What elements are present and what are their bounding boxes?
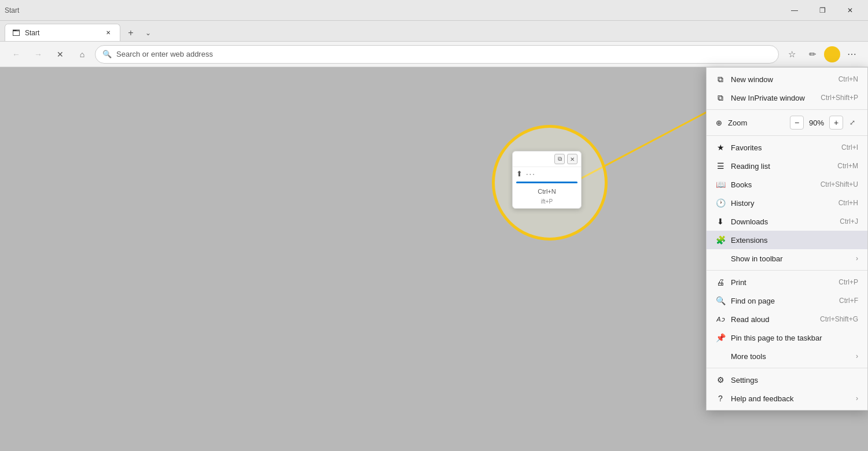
find-label: Find on page <box>731 297 833 305</box>
settings-label: Settings <box>731 376 858 385</box>
downloads-label: Downloads <box>731 217 834 226</box>
reading-list-shortcut: Ctrl+M <box>837 162 858 170</box>
history-icon: 🕐 <box>716 198 725 208</box>
popup-blue-line <box>516 182 578 183</box>
zoom-controls: − 90% + ⤢ <box>790 116 858 130</box>
print-icon: 🖨 <box>716 278 725 287</box>
menu-item-read-aloud[interactable]: Aɔ Read aloud Ctrl+Shift+G <box>707 310 867 328</box>
new-tab-button[interactable]: + <box>123 25 139 41</box>
new-window-icon: ⧉ <box>716 75 725 84</box>
zoom-value: 90% <box>807 119 826 127</box>
new-inprivate-icon: ⧉ <box>716 93 725 102</box>
zoom-plus-button[interactable]: + <box>829 116 843 130</box>
menu-item-history[interactable]: 🕐 History Ctrl+H <box>707 194 867 212</box>
new-window-label: New window <box>731 75 833 84</box>
help-icon: ? <box>716 394 725 403</box>
tab-overflow-button[interactable]: ⌄ <box>140 25 156 41</box>
extensions-label: Extensions <box>731 236 858 245</box>
svg-line-0 <box>573 102 726 183</box>
menu-item-pin-taskbar[interactable]: 📌 Pin this page to the taskbar <box>707 328 867 347</box>
menu-item-extensions[interactable]: 🧩 Extensions <box>707 231 867 249</box>
history-shortcut: Ctrl+H <box>838 199 858 207</box>
zoom-minus-button[interactable]: − <box>790 116 804 130</box>
help-label: Help and feedback <box>731 394 850 403</box>
books-shortcut: Ctrl+Shift+U <box>821 180 858 188</box>
zoom-row: ⊕ Zoom − 90% + ⤢ <box>707 112 867 133</box>
menu-item-reading-list[interactable]: ☰ Reading list Ctrl+M <box>707 157 867 175</box>
downloads-icon: ⬇ <box>716 217 725 226</box>
search-icon: 🔍 <box>102 50 112 58</box>
active-tab[interactable]: 🗔 Start ✕ <box>5 24 120 41</box>
stop-button[interactable]: ✕ <box>51 45 69 64</box>
menu-item-new-window[interactable]: ⧉ New window Ctrl+N <box>707 70 867 88</box>
popup-action-row: ⬆ ··· <box>513 167 581 180</box>
restore-button[interactable]: ❐ <box>809 0 836 21</box>
divider-2 <box>707 135 867 136</box>
pin-taskbar-icon: 📌 <box>716 333 725 342</box>
toolbar-right: ☆ ✏ ⋯ <box>782 45 861 64</box>
find-icon: 🔍 <box>716 296 725 305</box>
zoom-label: ⊕ Zoom <box>716 119 785 127</box>
popup-more-button[interactable]: ··· <box>526 169 536 178</box>
print-shortcut: Ctrl+P <box>838 278 858 286</box>
divider-3 <box>707 270 867 271</box>
popup-close-button[interactable]: ✕ <box>567 154 578 164</box>
close-button[interactable]: ✕ <box>837 0 863 21</box>
menu-item-show-toolbar[interactable]: Show in toolbar › <box>707 249 867 268</box>
zoom-text: Zoom <box>728 119 747 127</box>
print-label: Print <box>731 278 833 287</box>
back-button[interactable]: ← <box>7 45 25 64</box>
more-tools-label: More tools <box>731 352 850 361</box>
popup-restore-button[interactable]: ⧉ <box>554 154 565 164</box>
read-aloud-label: Read aloud <box>731 315 814 324</box>
read-aloud-shortcut: Ctrl+Shift+G <box>820 315 858 323</box>
home-button[interactable]: ⌂ <box>73 45 91 64</box>
tab-close-button[interactable]: ✕ <box>104 28 113 38</box>
divider-4 <box>707 368 867 368</box>
show-toolbar-arrow: › <box>856 254 858 263</box>
context-menu: ⧉ New window Ctrl+N ⧉ New InPrivate wind… <box>706 67 868 411</box>
title-bar: Start — ❐ ✕ <box>0 0 868 21</box>
zoom-expand-button[interactable]: ⤢ <box>847 117 858 128</box>
main-content: ⧉ ✕ ⬆ ··· Ctrl+N ift+P ⧉ New window Ctrl… <box>0 67 868 451</box>
new-inprivate-shortcut: Ctrl+Shift+P <box>821 94 858 102</box>
divider-1 <box>707 109 867 110</box>
menu-item-settings[interactable]: ⚙ Settings <box>707 371 867 389</box>
more-tools-icon <box>716 352 725 361</box>
popup-share-button[interactable]: ⬆ <box>516 169 523 178</box>
pin-taskbar-label: Pin this page to the taskbar <box>731 334 858 342</box>
menu-item-print[interactable]: 🖨 Print Ctrl+P <box>707 273 867 291</box>
menu-item-books[interactable]: 📖 Books Ctrl+Shift+U <box>707 175 867 194</box>
menu-item-new-inprivate[interactable]: ⧉ New InPrivate window Ctrl+Shift+P <box>707 88 867 107</box>
new-inprivate-label: New InPrivate window <box>731 94 815 102</box>
zoom-icon: ⊕ <box>716 119 722 127</box>
help-arrow: › <box>856 394 858 402</box>
menu-item-help[interactable]: ? Help and feedback › <box>707 389 867 408</box>
more-tools-arrow: › <box>856 352 858 360</box>
notes-button[interactable]: ✏ <box>803 45 822 64</box>
minimize-button[interactable]: — <box>781 0 808 21</box>
menu-item-more-tools[interactable]: More tools › <box>707 347 867 365</box>
history-label: History <box>731 199 833 208</box>
nav-bar: ← → ✕ ⌂ 🔍 Search or enter web address ☆ … <box>0 42 868 67</box>
address-bar[interactable]: 🔍 Search or enter web address <box>95 45 779 64</box>
profile-button[interactable] <box>824 46 840 62</box>
settings-icon: ⚙ <box>716 375 725 385</box>
books-label: Books <box>731 180 815 189</box>
menu-item-favorites[interactable]: ★ Favorites Ctrl+I <box>707 138 867 157</box>
favorites-button[interactable]: ☆ <box>782 45 801 64</box>
favorites-label: Favorites <box>731 143 836 152</box>
menu-item-downloads[interactable]: ⬇ Downloads Ctrl+J <box>707 212 867 231</box>
favorites-shortcut: Ctrl+I <box>841 143 858 151</box>
tab-icon: 🗔 <box>12 28 20 38</box>
downloads-shortcut: Ctrl+J <box>840 217 858 226</box>
menu-button[interactable]: ⋯ <box>843 45 861 64</box>
extensions-icon: 🧩 <box>716 235 725 245</box>
popup-shortcut1: Ctrl+N <box>513 184 581 197</box>
title-bar-text: Start <box>5 6 19 14</box>
tab-bar: 🗔 Start ✕ + ⌄ <box>0 21 868 42</box>
tab-title: Start <box>25 29 99 37</box>
forward-button[interactable]: → <box>29 45 47 64</box>
reading-list-icon: ☰ <box>716 161 725 171</box>
menu-item-find[interactable]: 🔍 Find on page Ctrl+F <box>707 291 867 310</box>
